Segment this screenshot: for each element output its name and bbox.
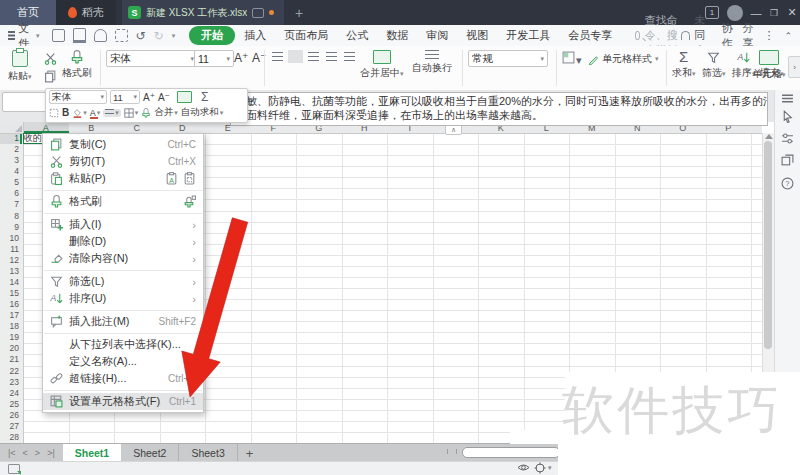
font-size-select[interactable]: 11▾ bbox=[194, 50, 234, 67]
reading-mode-eye-icon[interactable] bbox=[517, 462, 530, 473]
row-header-8[interactable]: 8 bbox=[0, 211, 22, 222]
merge-center-button[interactable]: 合并居中▾ bbox=[360, 50, 404, 80]
mini-borders-button[interactable]: ▾ bbox=[124, 108, 139, 118]
number-format-select[interactable]: 常规▾ bbox=[468, 50, 548, 67]
customize-toolbar-chevron-icon[interactable]: ▾ bbox=[172, 32, 176, 40]
conditional-format-chevron-icon[interactable]: ▾ bbox=[576, 54, 582, 67]
context-menu-item[interactable]: 剪切(T)Ctrl+X bbox=[43, 153, 203, 170]
horizontal-scrollbar[interactable] bbox=[462, 447, 560, 458]
context-menu-item[interactable]: 格式刷 bbox=[43, 193, 203, 210]
mini-format-icon[interactable] bbox=[49, 108, 59, 118]
ribbon-tab-会员专享[interactable]: 会员专享 bbox=[559, 26, 621, 45]
sidebar-help-icon[interactable]: ? bbox=[781, 177, 794, 190]
row-header-26[interactable]: 26 bbox=[0, 410, 22, 421]
mini-autosum-button[interactable]: 自动求和▾ bbox=[181, 106, 224, 119]
sheet-tab-Sheet2[interactable]: Sheet2 bbox=[121, 444, 179, 462]
row-header-9[interactable]: 9 bbox=[0, 222, 22, 233]
paste-button[interactable]: 粘贴▾ bbox=[8, 50, 32, 83]
row-header-4[interactable]: 4 bbox=[0, 166, 22, 177]
row-header-3[interactable]: 3 bbox=[0, 155, 22, 166]
mini-merge-icon[interactable] bbox=[177, 91, 192, 103]
paste-format-icon[interactable] bbox=[183, 172, 196, 185]
font-name-select[interactable]: 宋体▾ bbox=[106, 50, 198, 67]
sheet-nav-arrow[interactable]: > bbox=[35, 448, 40, 458]
context-menu-item[interactable]: 从下拉列表中选择(K)... bbox=[43, 336, 203, 353]
row-headers[interactable]: 1234567891011121314151617181920212223242… bbox=[0, 133, 24, 443]
row-header-25[interactable]: 25 bbox=[0, 399, 22, 410]
row-header-13[interactable]: 13 bbox=[0, 266, 22, 277]
row-header-28[interactable]: 28 bbox=[0, 432, 22, 443]
row-header-10[interactable]: 10 bbox=[0, 233, 22, 244]
row-header-24[interactable]: 24 bbox=[0, 388, 22, 399]
copy-button[interactable] bbox=[44, 70, 57, 83]
sum-button[interactable]: Σ 求和▾ bbox=[672, 50, 696, 80]
context-menu-item[interactable]: 筛选(L)› bbox=[43, 273, 203, 290]
new-tab-button[interactable]: + bbox=[288, 0, 310, 25]
ribbon-expand-chevron-icon[interactable]: › bbox=[788, 56, 800, 78]
decrease-indent-icon[interactable] bbox=[326, 52, 337, 61]
mini-align-center-button[interactable]: ▾ bbox=[103, 109, 121, 117]
print-icon[interactable] bbox=[73, 28, 86, 43]
collapse-ribbon-icon[interactable]: ⌃ bbox=[784, 31, 792, 41]
context-menu-item[interactable]: 插入(I)› bbox=[43, 216, 203, 233]
column-header-C[interactable]: C bbox=[114, 122, 160, 133]
conditional-format-button[interactable] bbox=[562, 51, 575, 64]
scroll-up-arrow-icon[interactable] bbox=[765, 134, 773, 139]
format-painter-box-icon[interactable] bbox=[183, 195, 196, 208]
add-sheet-button[interactable]: + bbox=[238, 444, 262, 462]
increase-indent-icon[interactable] bbox=[344, 52, 355, 61]
sidebar-menu-icon[interactable] bbox=[781, 92, 794, 105]
sheet-nav-arrow[interactable]: >| bbox=[47, 448, 55, 458]
row-header-2[interactable]: 2 bbox=[0, 144, 22, 155]
undo-icon[interactable]: ↺ bbox=[136, 29, 146, 43]
format-painter-button[interactable]: 格式刷 bbox=[62, 50, 92, 80]
mini-font-size-select[interactable]: 11▾ bbox=[110, 90, 140, 104]
context-menu-item[interactable]: 粘贴(P)A bbox=[43, 170, 203, 187]
ribbon-tab-数据[interactable]: 数据 bbox=[377, 26, 417, 45]
paste-values-icon[interactable]: A bbox=[165, 172, 178, 185]
row-header-11[interactable]: 11 bbox=[0, 244, 22, 255]
ribbon-tab-公式[interactable]: 公式 bbox=[337, 26, 377, 45]
save-icon[interactable] bbox=[52, 29, 65, 42]
row-header-20[interactable]: 20 bbox=[0, 343, 22, 354]
context-menu-item[interactable]: A排序(U)› bbox=[43, 290, 203, 307]
wrap-text-button[interactable]: 自动换行 bbox=[412, 50, 452, 75]
more-options-icon[interactable]: ⋮ bbox=[763, 29, 774, 42]
column-header-D[interactable]: D bbox=[160, 122, 206, 133]
mini-merge-button[interactable]: 合并▾ bbox=[154, 106, 178, 119]
row-header-14[interactable]: 14 bbox=[0, 277, 22, 288]
mini-increase-font-button[interactable]: A⁺ bbox=[143, 92, 155, 103]
context-menu-item[interactable]: 设置单元格格式(F)...Ctrl+1 bbox=[43, 393, 203, 410]
ribbon-tab-开发工具[interactable]: 开发工具 bbox=[497, 26, 559, 45]
sheet-tab-Sheet1[interactable]: Sheet1 bbox=[63, 444, 121, 462]
context-menu-item[interactable]: 清除内容(N)› bbox=[43, 250, 203, 267]
context-menu-item[interactable]: 超链接(H)...Ctrl+K bbox=[43, 370, 203, 387]
sheet-nav-arrow[interactable]: < bbox=[23, 448, 28, 458]
mini-decrease-font-button[interactable]: A⁻ bbox=[158, 92, 170, 103]
document-tab[interactable]: S 新建 XLSX 工作表.xlsx bbox=[122, 0, 284, 25]
row-header-22[interactable]: 22 bbox=[0, 366, 22, 377]
row-header-23[interactable]: 23 bbox=[0, 377, 22, 388]
row-header-16[interactable]: 16 bbox=[0, 299, 22, 310]
row-header-19[interactable]: 19 bbox=[0, 332, 22, 343]
mini-fill-color-button[interactable]: ▾ bbox=[72, 108, 87, 118]
mini-font-name-select[interactable]: 宋体▾ bbox=[49, 90, 107, 104]
row-header-12[interactable]: 12 bbox=[0, 255, 22, 266]
align-middle-icon[interactable] bbox=[290, 52, 301, 61]
row-header-7[interactable]: 7 bbox=[0, 199, 22, 210]
ribbon-tab-页面布局[interactable]: 页面布局 bbox=[275, 26, 337, 45]
row-header-5[interactable]: 5 bbox=[0, 177, 22, 188]
sheet-nav-arrow[interactable]: |< bbox=[8, 448, 16, 458]
cut-button[interactable] bbox=[44, 52, 57, 65]
align-bottom-icon[interactable] bbox=[308, 52, 319, 61]
row-header-15[interactable]: 15 bbox=[0, 288, 22, 299]
scrollbar-splitter[interactable] bbox=[447, 449, 457, 454]
zoom-chevron-icon[interactable]: ▾ bbox=[548, 464, 552, 472]
context-menu-item[interactable]: 插入批注(M)Shift+F2 bbox=[43, 313, 203, 330]
select-all-corner[interactable] bbox=[0, 122, 24, 134]
cell-style-button[interactable]: 单元格样式▾ bbox=[588, 52, 659, 66]
row-header-6[interactable]: 6 bbox=[0, 188, 22, 199]
mini-sigma-icon[interactable]: Σ bbox=[201, 90, 208, 104]
docer-tab[interactable]: 稻壳 bbox=[56, 0, 116, 25]
row-header-17[interactable]: 17 bbox=[0, 310, 22, 321]
